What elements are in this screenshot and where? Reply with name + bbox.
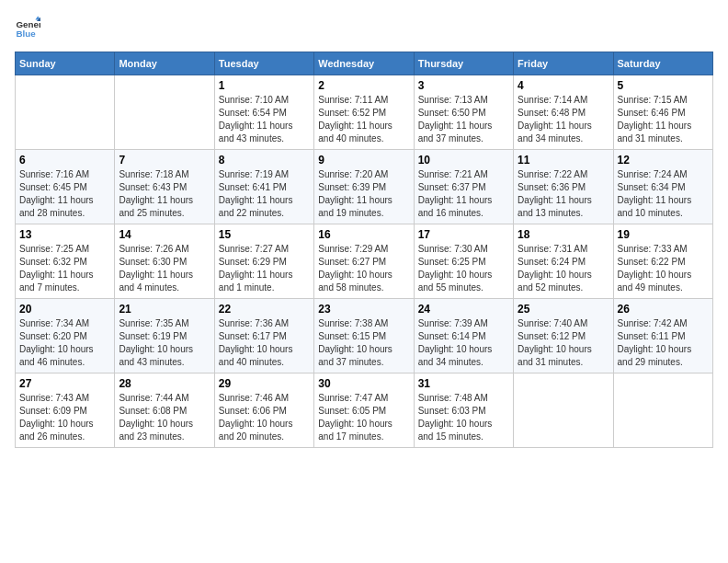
day-number: 8 [219, 154, 310, 167]
calendar-cell: 18Sunrise: 7:31 AM Sunset: 6:24 PM Dayli… [514, 224, 613, 299]
day-number: 21 [119, 303, 210, 316]
day-info: Sunrise: 7:26 AM Sunset: 6:30 PM Dayligh… [119, 243, 210, 294]
day-info: Sunrise: 7:44 AM Sunset: 6:08 PM Dayligh… [119, 392, 210, 443]
day-number: 12 [618, 154, 709, 167]
day-info: Sunrise: 7:43 AM Sunset: 6:09 PM Dayligh… [19, 392, 110, 443]
calendar-week-row: 20Sunrise: 7:34 AM Sunset: 6:20 PM Dayli… [16, 299, 713, 373]
day-info: Sunrise: 7:34 AM Sunset: 6:20 PM Dayligh… [19, 317, 110, 369]
calendar-cell: 13Sunrise: 7:25 AM Sunset: 6:32 PM Dayli… [16, 224, 115, 299]
svg-text:Blue: Blue [16, 29, 36, 39]
calendar-header-row: SundayMondayTuesdayWednesdayThursdayFrid… [16, 52, 713, 75]
day-number: 9 [318, 154, 409, 167]
day-number: 1 [219, 79, 310, 92]
day-number: 30 [318, 377, 409, 390]
calendar-cell: 21Sunrise: 7:35 AM Sunset: 6:19 PM Dayli… [115, 299, 214, 373]
day-info: Sunrise: 7:22 AM Sunset: 6:36 PM Dayligh… [518, 168, 609, 220]
day-number: 28 [119, 377, 210, 390]
calendar-cell: 14Sunrise: 7:26 AM Sunset: 6:30 PM Dayli… [115, 224, 214, 299]
day-header-thursday: Thursday [414, 52, 513, 75]
calendar-cell: 3Sunrise: 7:13 AM Sunset: 6:50 PM Daylig… [414, 75, 513, 150]
calendar-cell: 15Sunrise: 7:27 AM Sunset: 6:29 PM Dayli… [214, 224, 313, 299]
logo-icon: General Blue [15, 15, 40, 40]
day-number: 6 [19, 154, 110, 167]
calendar-cell: 7Sunrise: 7:18 AM Sunset: 6:43 PM Daylig… [115, 150, 214, 224]
calendar-cell: 27Sunrise: 7:43 AM Sunset: 6:09 PM Dayli… [16, 373, 115, 448]
calendar-cell: 5Sunrise: 7:15 AM Sunset: 6:46 PM Daylig… [613, 75, 712, 150]
day-info: Sunrise: 7:29 AM Sunset: 6:27 PM Dayligh… [318, 243, 409, 294]
day-number: 15 [219, 228, 310, 241]
calendar-cell: 24Sunrise: 7:39 AM Sunset: 6:14 PM Dayli… [414, 299, 513, 373]
day-info: Sunrise: 7:11 AM Sunset: 6:52 PM Dayligh… [318, 94, 409, 145]
day-number: 13 [19, 228, 110, 241]
day-number: 10 [418, 154, 509, 167]
day-number: 11 [518, 154, 609, 167]
calendar-cell: 2Sunrise: 7:11 AM Sunset: 6:52 PM Daylig… [314, 75, 414, 150]
day-info: Sunrise: 7:15 AM Sunset: 6:46 PM Dayligh… [618, 94, 709, 145]
day-info: Sunrise: 7:24 AM Sunset: 6:34 PM Dayligh… [618, 168, 709, 220]
logo: General Blue [15, 15, 40, 40]
day-header-monday: Monday [115, 52, 214, 75]
calendar-cell: 8Sunrise: 7:19 AM Sunset: 6:41 PM Daylig… [214, 150, 313, 224]
day-info: Sunrise: 7:35 AM Sunset: 6:19 PM Dayligh… [119, 317, 210, 369]
day-header-tuesday: Tuesday [214, 52, 313, 75]
calendar-cell: 23Sunrise: 7:38 AM Sunset: 6:15 PM Dayli… [314, 299, 414, 373]
calendar-cell: 20Sunrise: 7:34 AM Sunset: 6:20 PM Dayli… [16, 299, 115, 373]
calendar-cell: 16Sunrise: 7:29 AM Sunset: 6:27 PM Dayli… [314, 224, 414, 299]
day-number: 22 [219, 303, 310, 316]
calendar-cell: 4Sunrise: 7:14 AM Sunset: 6:48 PM Daylig… [514, 75, 613, 150]
calendar-week-row: 27Sunrise: 7:43 AM Sunset: 6:09 PM Dayli… [16, 373, 713, 448]
day-number: 5 [618, 79, 709, 92]
day-header-friday: Friday [514, 52, 613, 75]
day-info: Sunrise: 7:46 AM Sunset: 6:06 PM Dayligh… [219, 392, 310, 443]
calendar-cell: 31Sunrise: 7:48 AM Sunset: 6:03 PM Dayli… [414, 373, 513, 448]
calendar-body: 1Sunrise: 7:10 AM Sunset: 6:54 PM Daylig… [16, 75, 713, 448]
day-header-wednesday: Wednesday [314, 52, 414, 75]
calendar-cell [613, 373, 712, 448]
day-info: Sunrise: 7:40 AM Sunset: 6:12 PM Dayligh… [518, 317, 609, 369]
calendar-cell: 17Sunrise: 7:30 AM Sunset: 6:25 PM Dayli… [414, 224, 513, 299]
day-info: Sunrise: 7:18 AM Sunset: 6:43 PM Dayligh… [119, 168, 210, 220]
day-info: Sunrise: 7:16 AM Sunset: 6:45 PM Dayligh… [19, 168, 110, 220]
calendar-cell: 10Sunrise: 7:21 AM Sunset: 6:37 PM Dayli… [414, 150, 513, 224]
calendar-cell: 28Sunrise: 7:44 AM Sunset: 6:08 PM Dayli… [115, 373, 214, 448]
day-info: Sunrise: 7:38 AM Sunset: 6:15 PM Dayligh… [318, 317, 409, 369]
day-info: Sunrise: 7:33 AM Sunset: 6:22 PM Dayligh… [618, 243, 709, 294]
day-info: Sunrise: 7:47 AM Sunset: 6:05 PM Dayligh… [318, 392, 409, 443]
day-info: Sunrise: 7:27 AM Sunset: 6:29 PM Dayligh… [219, 243, 310, 294]
day-number: 31 [418, 377, 509, 390]
day-info: Sunrise: 7:39 AM Sunset: 6:14 PM Dayligh… [418, 317, 509, 369]
calendar-cell [514, 373, 613, 448]
day-number: 16 [318, 228, 409, 241]
day-number: 17 [418, 228, 509, 241]
calendar-cell: 25Sunrise: 7:40 AM Sunset: 6:12 PM Dayli… [514, 299, 613, 373]
day-info: Sunrise: 7:48 AM Sunset: 6:03 PM Dayligh… [418, 392, 509, 443]
day-info: Sunrise: 7:30 AM Sunset: 6:25 PM Dayligh… [418, 243, 509, 294]
day-number: 27 [19, 377, 110, 390]
day-number: 24 [418, 303, 509, 316]
day-number: 19 [618, 228, 709, 241]
day-number: 14 [119, 228, 210, 241]
calendar-table: SundayMondayTuesdayWednesdayThursdayFrid… [15, 52, 713, 448]
day-info: Sunrise: 7:20 AM Sunset: 6:39 PM Dayligh… [318, 168, 409, 220]
calendar-cell: 30Sunrise: 7:47 AM Sunset: 6:05 PM Dayli… [314, 373, 414, 448]
day-number: 29 [219, 377, 310, 390]
day-info: Sunrise: 7:19 AM Sunset: 6:41 PM Dayligh… [219, 168, 310, 220]
calendar-cell: 12Sunrise: 7:24 AM Sunset: 6:34 PM Dayli… [613, 150, 712, 224]
day-info: Sunrise: 7:42 AM Sunset: 6:11 PM Dayligh… [618, 317, 709, 369]
calendar-cell: 26Sunrise: 7:42 AM Sunset: 6:11 PM Dayli… [613, 299, 712, 373]
day-info: Sunrise: 7:36 AM Sunset: 6:17 PM Dayligh… [219, 317, 310, 369]
calendar-week-row: 1Sunrise: 7:10 AM Sunset: 6:54 PM Daylig… [16, 75, 713, 150]
day-header-saturday: Saturday [613, 52, 712, 75]
calendar-cell: 22Sunrise: 7:36 AM Sunset: 6:17 PM Dayli… [214, 299, 313, 373]
page-header: General Blue [15, 15, 713, 40]
day-number: 20 [19, 303, 110, 316]
day-number: 25 [518, 303, 609, 316]
day-info: Sunrise: 7:14 AM Sunset: 6:48 PM Dayligh… [518, 94, 609, 145]
day-info: Sunrise: 7:31 AM Sunset: 6:24 PM Dayligh… [518, 243, 609, 294]
day-number: 2 [318, 79, 409, 92]
day-number: 7 [119, 154, 210, 167]
calendar-week-row: 6Sunrise: 7:16 AM Sunset: 6:45 PM Daylig… [16, 150, 713, 224]
day-header-sunday: Sunday [16, 52, 115, 75]
calendar-cell: 19Sunrise: 7:33 AM Sunset: 6:22 PM Dayli… [613, 224, 712, 299]
day-info: Sunrise: 7:10 AM Sunset: 6:54 PM Dayligh… [219, 94, 310, 145]
